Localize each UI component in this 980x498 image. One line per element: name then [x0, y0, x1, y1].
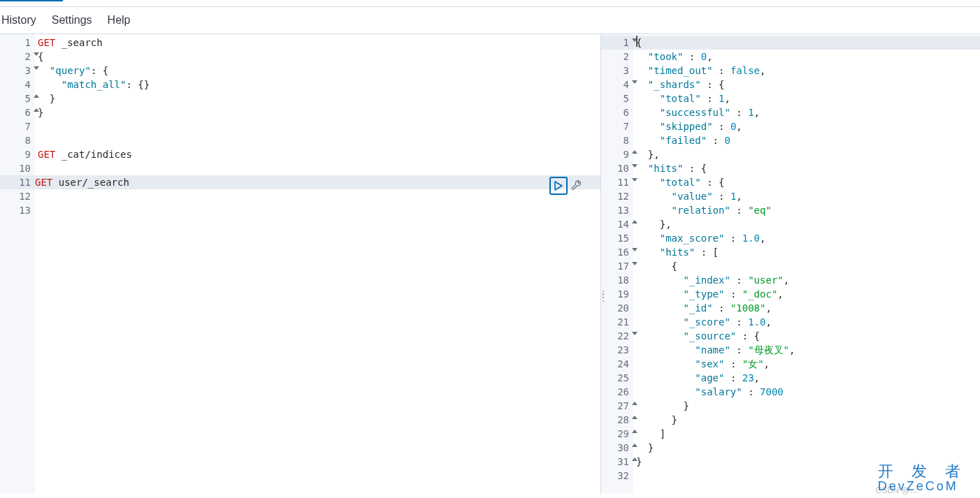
line-number: 8 [601, 133, 633, 147]
fold-open-icon[interactable] [632, 262, 637, 265]
fold-close-icon[interactable] [632, 457, 637, 461]
send-request-button[interactable] [549, 177, 568, 195]
menu-history[interactable]: History [1, 14, 36, 27]
fold-open-icon[interactable] [632, 80, 637, 84]
code-line[interactable]: "query": { [35, 64, 600, 78]
fold-open-icon[interactable] [34, 52, 39, 56]
code-line[interactable]: } [633, 413, 980, 427]
code-line[interactable]: "sex" : "女", [633, 357, 980, 371]
line-number: 15 [601, 231, 633, 245]
code-line[interactable]: } [35, 105, 600, 119]
fold-close-icon[interactable] [34, 94, 39, 98]
code-line[interactable]: } [633, 399, 980, 413]
line-number: 19 [601, 287, 633, 301]
fold-open-icon[interactable] [34, 66, 39, 70]
menu-settings[interactable]: Settings [52, 14, 92, 27]
code-line[interactable]: }, [633, 217, 980, 231]
code-line[interactable]: "max_score" : 1.0, [633, 231, 980, 245]
code-line[interactable]: "hits" : { [633, 161, 980, 175]
wrench-icon [571, 180, 582, 191]
request-editor-panel: 12345678910111213 GET _search{ "query": … [0, 34, 601, 494]
line-number: 7 [601, 119, 633, 133]
code-line[interactable]: "_type" : "_doc", [633, 287, 980, 301]
line-number: 2 [0, 50, 35, 64]
code-line[interactable]: "skipped" : 0, [633, 119, 980, 133]
line-number: 25 [601, 371, 633, 385]
code-line[interactable]: GET _search [35, 36, 600, 50]
wrench-button[interactable] [569, 178, 584, 193]
code-line[interactable]: }, [633, 147, 980, 161]
code-line[interactable]: "timed_out" : false, [633, 64, 980, 78]
code-line[interactable]: ] [633, 427, 980, 441]
code-line[interactable]: { [633, 36, 980, 50]
code-line[interactable]: "total" : 1, [633, 91, 980, 105]
line-number: 2 [601, 50, 633, 64]
code-line[interactable] [633, 469, 980, 483]
fold-open-icon[interactable] [632, 178, 637, 182]
code-line[interactable]: "_shards" : { [633, 78, 980, 91]
fold-open-icon[interactable] [632, 248, 637, 251]
code-line[interactable]: "took" : 0, [633, 50, 980, 64]
request-gutter: 12345678910111213 [0, 34, 35, 494]
code-line[interactable]: "failed" : 0 [633, 133, 980, 147]
code-line[interactable]: GET _cat/indices [35, 147, 600, 161]
fold-close-icon[interactable] [632, 430, 637, 433]
request-editor[interactable]: GET _search{ "query": { "match_all": {} … [35, 34, 600, 494]
fold-close-icon[interactable] [632, 416, 637, 419]
top-tab-indicator [0, 0, 980, 7]
code-line[interactable]: } [633, 455, 980, 469]
line-number: 18 [601, 273, 633, 287]
menu-help[interactable]: Help [108, 14, 131, 27]
menu-bar: History Settings Help [0, 7, 980, 34]
fold-close-icon[interactable] [632, 444, 637, 447]
code-line[interactable]: "successful" : 1, [633, 105, 980, 119]
line-number: 4 [601, 78, 633, 91]
fold-close-icon[interactable] [632, 150, 637, 154]
code-line[interactable]: } [633, 441, 980, 455]
code-line[interactable]: } [35, 91, 600, 105]
code-line[interactable]: "_index" : "user", [633, 273, 980, 287]
line-number: 14 [601, 217, 633, 231]
line-number: 32 [601, 469, 633, 483]
code-line[interactable]: GET user/_search [0, 175, 600, 189]
code-line[interactable]: "age" : 23, [633, 371, 980, 385]
code-line[interactable]: "name" : "母夜叉", [633, 343, 980, 357]
code-line[interactable]: "total" : { [633, 175, 980, 189]
response-viewer[interactable]: { "took" : 0, "timed_out" : false, "_sha… [633, 34, 980, 494]
code-line[interactable]: "_id" : "1008", [633, 301, 980, 315]
line-number: 3 [601, 64, 633, 78]
code-line[interactable]: "salary" : 7000 [633, 385, 980, 399]
fold-close-icon[interactable] [34, 108, 39, 112]
play-icon [554, 181, 563, 191]
line-number: 10 [601, 161, 633, 175]
code-line[interactable]: "hits" : [ [633, 245, 980, 259]
code-line[interactable] [35, 189, 600, 203]
fold-open-icon[interactable] [632, 164, 637, 168]
line-number: 24 [601, 357, 633, 371]
fold-close-icon[interactable] [632, 402, 637, 405]
line-number: 5 [601, 91, 633, 105]
line-number: 12 [0, 189, 35, 203]
code-line[interactable]: "_score" : 1.0, [633, 315, 980, 329]
code-line[interactable] [35, 133, 600, 147]
code-line[interactable]: { [633, 259, 980, 273]
fold-close-icon[interactable] [632, 220, 637, 224]
code-line[interactable] [35, 161, 600, 175]
code-line[interactable] [35, 203, 600, 217]
line-number: 23 [601, 343, 633, 357]
code-line[interactable]: "relation" : "eq" [633, 203, 980, 217]
line-number: 7 [0, 119, 35, 133]
line-number: 1 [0, 36, 35, 50]
code-line[interactable]: "match_all": {} [35, 78, 600, 91]
line-number: 9 [0, 147, 35, 161]
line-number: 20 [601, 301, 633, 315]
line-number: 21 [601, 315, 633, 329]
fold-open-icon[interactable] [632, 332, 637, 335]
line-number: 11 [601, 175, 633, 189]
line-number: 28 [601, 413, 633, 427]
line-number: 12 [601, 189, 633, 203]
code-line[interactable]: "_source" : { [633, 329, 980, 343]
code-line[interactable]: { [35, 50, 600, 64]
code-line[interactable]: "value" : 1, [633, 189, 980, 203]
code-line[interactable] [35, 119, 600, 133]
